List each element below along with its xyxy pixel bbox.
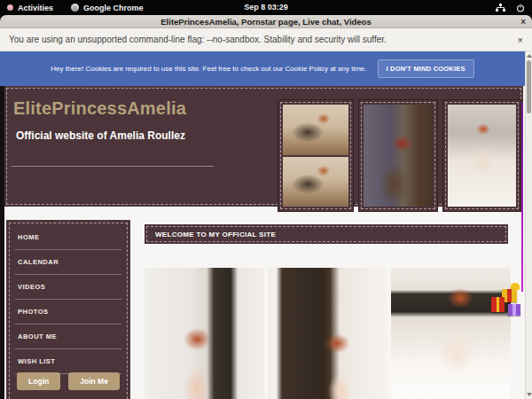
infobar-close-icon[interactable]: × bbox=[518, 35, 523, 45]
photo-row bbox=[145, 268, 511, 399]
chrome-infobar: You are using an unsupported command-lin… bbox=[0, 28, 532, 51]
cookie-accept-button[interactable]: I DON'T MIND COOKIES bbox=[378, 59, 474, 78]
header-photo-2[interactable] bbox=[358, 99, 438, 212]
header-photo-1-bottom bbox=[283, 157, 348, 207]
sidebar-item-about-me[interactable]: ABOUT ME bbox=[15, 325, 121, 349]
chrome-icon bbox=[71, 4, 79, 12]
gift-ribbon bbox=[521, 102, 523, 292]
power-icon[interactable] bbox=[516, 4, 525, 12]
sidebar-item-calendar[interactable]: CALENDAR bbox=[15, 250, 121, 275]
sidebar: HOME CALENDAR VIDEOS PHOTOS ABOUT ME WIS… bbox=[6, 220, 130, 399]
infobar-message: You are using an unsupported command-lin… bbox=[9, 35, 387, 44]
scrollbar-down-icon[interactable] bbox=[527, 393, 532, 396]
site-title[interactable]: ElitePrincessAmelia bbox=[13, 98, 186, 119]
window-title-bar[interactable]: ElitePrincesAmelia, Pornstar page, Live … bbox=[0, 15, 532, 28]
sidebar-item-videos[interactable]: VIDEOS bbox=[15, 275, 121, 300]
window-close-icon[interactable]: × bbox=[520, 15, 526, 28]
welcome-heading: WELCOME TO MY OFFICIAL SITE bbox=[145, 224, 508, 244]
site-subtitle: Official website of Amelia Roullez bbox=[16, 129, 185, 142]
header-divider bbox=[12, 166, 214, 167]
sidebar-menu: HOME CALENDAR VIDEOS PHOTOS ABOUT ME WIS… bbox=[15, 225, 121, 374]
clock[interactable]: Sep 8 03:29 bbox=[244, 0, 288, 15]
scrollbar-up-icon[interactable] bbox=[527, 54, 532, 58]
window-title: ElitePrincesAmelia, Pornstar page, Live … bbox=[160, 17, 371, 27]
sidebar-item-home[interactable]: HOME bbox=[15, 225, 121, 250]
page-scrollbar[interactable] bbox=[525, 51, 532, 399]
activities-dot-icon bbox=[7, 4, 13, 11]
cookie-banner: Hey there! Cookies are required to use t… bbox=[0, 51, 525, 86]
sidebar-item-photos[interactable]: PHOTOS bbox=[15, 300, 121, 325]
header-photo-3-image bbox=[448, 105, 516, 207]
model-photo-1[interactable] bbox=[145, 268, 264, 399]
gift-box-purple-icon bbox=[508, 304, 520, 316]
gifts-widget[interactable] bbox=[491, 283, 525, 324]
cookie-message: Hey there! Cookies are required to use t… bbox=[51, 65, 366, 73]
sidebar-buttons: Login Join Me bbox=[6, 372, 130, 390]
network-icon[interactable] bbox=[496, 4, 505, 12]
activities-label: Activities bbox=[18, 4, 53, 12]
model-photo-2[interactable] bbox=[268, 268, 387, 399]
scrollbar-thumb[interactable] bbox=[527, 60, 531, 113]
gnome-top-bar: Activities Google Chrome Sep 8 03:29 bbox=[0, 0, 532, 15]
app-menu-label: Google Chrome bbox=[83, 4, 144, 12]
header-photo-3[interactable] bbox=[442, 99, 521, 212]
login-button[interactable]: Login bbox=[17, 372, 60, 390]
activities-button[interactable]: Activities bbox=[7, 4, 53, 12]
header-photo-1[interactable] bbox=[278, 99, 354, 212]
join-me-button[interactable]: Join Me bbox=[68, 372, 120, 390]
sidebar-item-wish-list[interactable]: WISH LIST bbox=[15, 349, 121, 374]
gift-box-red-icon bbox=[491, 297, 505, 312]
header-photo-2-image bbox=[364, 105, 433, 207]
desktop-screen: Activities Google Chrome Sep 8 03:29 E bbox=[0, 0, 532, 399]
header-photo-1-top bbox=[283, 105, 348, 155]
app-menu-button[interactable]: Google Chrome bbox=[71, 4, 144, 12]
